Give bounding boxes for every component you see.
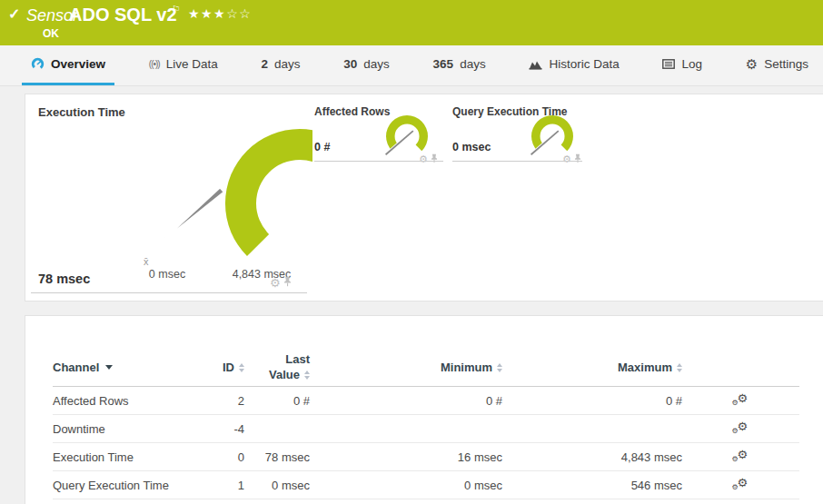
sort-toggle-icon <box>677 363 682 372</box>
table-row-downtime[interactable]: Downtime -4 ⚙⚙ <box>53 415 799 443</box>
channel-name: Downtime <box>53 422 189 436</box>
channel-settings-gears-icon[interactable]: ⚙⚙ <box>732 478 750 493</box>
broadcast-icon: ((•)) <box>149 59 160 69</box>
tab-overview[interactable]: Overview <box>22 45 114 85</box>
channel-maximum: 4,843 msec <box>502 450 682 464</box>
status-ok-check-icon: ✓ <box>8 5 20 23</box>
channel-id: 0 <box>189 450 244 464</box>
gauge-pin-icon[interactable] <box>574 151 581 167</box>
tab-number: 365 <box>433 57 454 71</box>
tab-number: 30 <box>343 57 357 71</box>
tab-label: Log <box>681 57 702 71</box>
channel-settings-gears-icon[interactable]: ⚙⚙ <box>732 421 750 437</box>
tab-label: Settings <box>764 57 808 71</box>
channel-name: Affected Rows <box>53 394 189 408</box>
column-header-label: Channel <box>53 361 99 374</box>
channel-maximum: 546 msec <box>502 479 682 492</box>
gear-icon: ⚙ <box>746 56 758 73</box>
table-header-row: Channel ID Last Value <box>53 349 799 387</box>
tab-2-days[interactable]: 2 days <box>252 45 309 85</box>
tab-30-days[interactable]: 30 days <box>334 45 399 85</box>
tab-label: Historic Data <box>549 57 619 71</box>
gauge-icon <box>31 57 45 71</box>
tab-label: days <box>460 57 486 71</box>
tab-label: days <box>274 57 301 71</box>
column-header-channel[interactable]: Channel <box>53 361 189 374</box>
channel-minimum: 0 # <box>310 394 502 408</box>
gauge-current-value: 0 msec <box>452 141 491 153</box>
column-header-id[interactable]: ID <box>189 361 244 374</box>
column-header-last-value[interactable]: Last Value <box>244 352 310 382</box>
channels-table: Channel ID Last Value <box>53 349 799 499</box>
sensor-header: ✓ Sensor ADO SQL v2 ⚐ ★★★☆☆ OK <box>0 0 823 45</box>
tab-365-days[interactable]: 365 days <box>424 45 495 85</box>
channel-settings-gears-icon[interactable]: ⚙⚙ <box>732 450 750 465</box>
tab-number: 2 <box>261 57 268 71</box>
log-icon <box>662 59 675 69</box>
tab-live-data[interactable]: ((•)) Live Data <box>140 45 227 85</box>
table-row-query-execution-time[interactable]: Query Execution Time 1 0 msec 0 msec 546… <box>53 471 799 499</box>
table-row-execution-time[interactable]: Execution Time 0 78 msec 16 msec 4,843 m… <box>53 443 799 471</box>
gauge-scale-min: 0 msec <box>131 268 203 281</box>
channel-id: 1 <box>189 479 244 492</box>
gauge-title-affected-rows: Affected Rows <box>314 105 390 118</box>
priority-flag-icon[interactable]: ⚐ <box>172 4 181 15</box>
channels-card: Channel ID Last Value <box>25 315 823 504</box>
sensor-overview-page: ✓ Sensor ADO SQL v2 ⚐ ★★★☆☆ OK Overview … <box>0 0 823 504</box>
gauges-card: Execution Time x̄ 0 msec 4,843 msec 78 m… <box>25 94 823 301</box>
gauge-pin-icon[interactable] <box>431 151 438 167</box>
column-header-minimum[interactable]: Minimum <box>310 361 502 374</box>
channel-maximum: 0 # <box>502 394 682 408</box>
tab-historic-data[interactable]: Historic Data <box>520 45 628 85</box>
column-header-label: Value <box>269 368 300 382</box>
tab-settings[interactable]: ⚙ Settings <box>737 45 818 85</box>
column-header-label: ID <box>223 361 234 374</box>
channel-settings-gears-icon[interactable]: ⚙⚙ <box>732 393 750 409</box>
page-title: ADO SQL v2 <box>69 5 177 25</box>
channel-id: 2 <box>189 394 244 408</box>
table-row-affected-rows[interactable]: Affected Rows 2 0 # 0 # 0 # ⚙⚙ <box>53 387 799 415</box>
tab-label: days <box>363 57 390 71</box>
priority-star-rating[interactable]: ★★★☆☆ <box>188 6 252 21</box>
tab-bar: Overview ((•)) Live Data 2 days 30 days … <box>0 45 823 86</box>
column-header-label: Maximum <box>618 361 672 374</box>
column-header-maximum[interactable]: Maximum <box>502 361 682 374</box>
channel-name: Execution Time <box>53 450 189 464</box>
tab-label: Live Data <box>166 57 218 71</box>
execution-time-gauge: x̄ <box>113 100 312 282</box>
column-header-label: Minimum <box>441 361 492 374</box>
gauge-current-value: 0 # <box>314 141 330 153</box>
sort-descending-icon <box>105 365 113 370</box>
average-marker: x̄ <box>144 256 149 267</box>
gauge-settings-gear-icon[interactable]: ⚙ <box>562 154 571 164</box>
channel-id: -4 <box>189 422 244 436</box>
channel-last-value: 0 # <box>244 394 310 408</box>
historic-chart-icon <box>529 59 542 70</box>
channel-last-value: 0 msec <box>244 479 310 492</box>
channel-minimum: 0 msec <box>310 479 502 492</box>
gauge-pin-icon[interactable] <box>283 274 292 291</box>
channel-name: Query Execution Time <box>53 479 189 492</box>
gauge-current-value: 78 msec <box>38 272 90 286</box>
gauge-settings-gear-icon[interactable]: ⚙ <box>270 277 281 289</box>
tab-label: Overview <box>51 57 105 71</box>
tab-log[interactable]: Log <box>653 45 711 85</box>
column-header-label: Last <box>285 352 310 367</box>
gauge-settings-gear-icon[interactable]: ⚙ <box>419 154 428 164</box>
channel-minimum: 16 msec <box>310 450 502 464</box>
status-badge: OK <box>43 27 59 40</box>
channel-last-value: 78 msec <box>244 450 310 464</box>
